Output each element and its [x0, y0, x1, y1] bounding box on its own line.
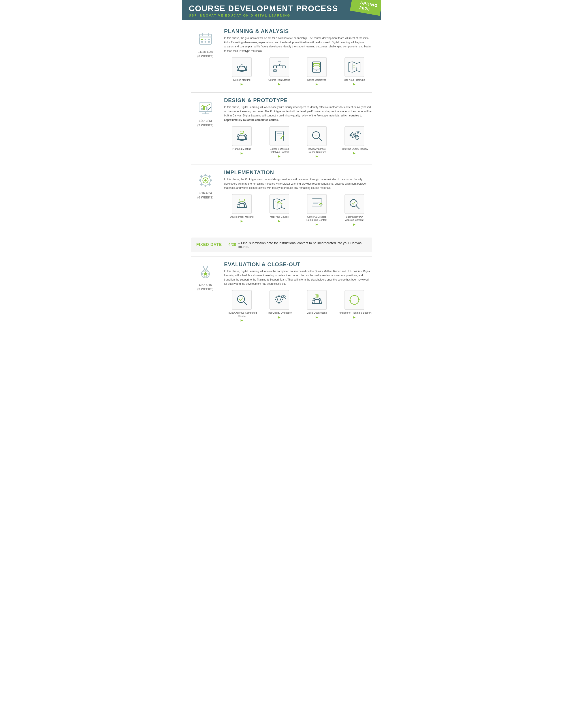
step-reviewapprove-label: Review/ApproveCourse Structure	[308, 147, 326, 154]
step-closeout-arrow: ▶	[316, 315, 318, 319]
phase-impl-left: 3/16-4/24(6 WEEKS)	[191, 169, 220, 200]
svg-line-66	[319, 138, 322, 141]
phase-impl-content: IMPLEMENTATION In this phase, the Protot…	[220, 169, 372, 226]
svg-point-69	[351, 133, 355, 137]
step-planning-label: Planning Meeting	[232, 147, 251, 150]
phase-design-icon	[197, 99, 214, 117]
mapprototype-icon-box	[345, 57, 364, 77]
step-reviewcomplete: Review/Approve Completed Course ▶	[224, 290, 259, 322]
step-mapprototype-label: Map Your Prototype	[344, 78, 365, 81]
qualityreview-icon-box	[345, 126, 364, 146]
step-gatherdevelop: Gather & DevelopPrototype Content ▶	[262, 126, 297, 158]
svg-rect-29	[275, 70, 276, 71]
svg-line-64	[280, 139, 280, 140]
gatherremaining-icon-box	[307, 194, 327, 214]
svg-line-48	[207, 111, 208, 111]
svg-marker-126	[203, 271, 208, 276]
svg-point-129	[276, 296, 282, 303]
svg-rect-78	[357, 139, 358, 140]
reviewcomplete-icon-box	[232, 290, 252, 310]
step-qualityreview: Prototype Quality Review ▶	[337, 126, 372, 158]
step-devmeeting-arrow: ▶	[240, 219, 243, 223]
phase-planning-title: PLANNING & ANALYSIS	[224, 28, 372, 34]
phase-eval-left: 4/27-5/15(3 WEEKS)	[191, 261, 220, 292]
svg-point-70	[352, 134, 354, 136]
header-title: COURSE DEVELOPMENT PROCESS	[189, 4, 374, 13]
svg-rect-7	[201, 41, 203, 43]
phase-impl-desc: In this phase, the Prototype structure a…	[224, 177, 372, 190]
step-gatherdevelop-label: Gather & DevelopPrototype Content	[269, 147, 289, 154]
submitreview-icon-box	[345, 194, 364, 214]
divider-1	[191, 92, 372, 93]
phase-impl-icon	[197, 172, 214, 189]
phase-design: 1/27-3/13(7 WEEKS) DESIGN & PROTOTYPE In…	[191, 97, 372, 158]
svg-rect-72	[352, 137, 353, 138]
step-transition-label: Transition to Training & Support	[337, 311, 371, 314]
step-mapprototype-arrow: ▶	[353, 82, 356, 86]
step-gatherremaining-label: Gather & DevelopRemaining Content	[306, 215, 327, 222]
step-planning-arrow: ▶	[240, 151, 243, 155]
svg-rect-88	[210, 180, 212, 181]
svg-rect-77	[357, 135, 358, 136]
svg-rect-133	[275, 299, 276, 300]
svg-marker-122	[202, 266, 204, 267]
step-mapprototype: Map Your Prototype ▶	[337, 57, 372, 86]
svg-rect-86	[204, 185, 206, 187]
svg-point-81	[356, 131, 358, 133]
phase-planning-icon	[197, 30, 214, 48]
step-qualityreview-arrow: ▶	[353, 151, 356, 155]
divider-4	[191, 256, 372, 257]
step-gatherremaining-arrow: ▶	[316, 223, 318, 226]
step-objectives-label: Define Objectives	[307, 78, 326, 81]
step-transition-arrow: ▶	[353, 315, 356, 319]
svg-marker-123	[206, 266, 208, 267]
step-reviewapprove: Review/ApproveCourse Structure ▶	[299, 126, 335, 158]
step-objectives-arrow: ▶	[316, 82, 318, 86]
svg-rect-24	[278, 66, 281, 68]
step-finalquality-arrow: ▶	[278, 315, 280, 319]
svg-rect-56	[237, 139, 247, 140]
phase-design-left: 1/27-3/13(7 WEEKS)	[191, 97, 220, 127]
svg-rect-5	[204, 39, 206, 40]
phase-planning-dates: 11/18-1/24(8 WEEKS)	[197, 50, 213, 58]
gatherdevelop-icon-box	[269, 126, 289, 146]
main-content: 11/18-1/24(8 WEEKS) PLANNING & ANALYSIS …	[182, 20, 381, 335]
step-mapcourse: Map Your Course ▶	[262, 194, 297, 226]
step-devmeeting-label: Development Meeting	[230, 215, 253, 218]
svg-rect-43	[201, 108, 202, 110]
header-subtitle: USF INNOVATIVE EDUCATION DIGITAL LEARNIN…	[189, 14, 374, 17]
divider-2	[191, 165, 372, 165]
svg-rect-45	[206, 107, 207, 110]
svg-rect-25	[282, 66, 286, 68]
kickoff-icon-box	[232, 57, 252, 77]
svg-rect-31	[314, 64, 320, 65]
step-kickoff-label: Kick-off Meeting	[233, 78, 250, 81]
phase-planning: 11/18-1/24(8 WEEKS) PLANNING & ANALYSIS …	[191, 28, 372, 86]
svg-point-107	[277, 201, 280, 204]
svg-point-93	[204, 179, 206, 182]
step-closeout: Close-Out Meeting ▶	[299, 290, 335, 322]
svg-rect-23	[273, 66, 276, 68]
objectives-icon-box	[307, 57, 327, 77]
finalquality-icon-box	[269, 290, 289, 310]
step-qualityreview-label: Prototype Quality Review	[341, 147, 368, 150]
svg-point-12	[241, 65, 243, 67]
phase-impl-dates: 3/16-4/24(6 WEEKS)	[197, 191, 213, 200]
fixed-date-date: 4/20	[228, 242, 236, 247]
svg-line-128	[244, 302, 247, 305]
svg-point-46	[208, 104, 210, 105]
step-courseplan-label: Course Plan Started	[268, 78, 290, 81]
svg-rect-20	[278, 62, 281, 64]
step-mapcourse-label: Map Your Course	[270, 215, 289, 218]
svg-rect-17	[237, 70, 247, 71]
fixed-date-label: FIXED DATE	[196, 242, 222, 247]
phase-eval-icon	[197, 264, 214, 281]
svg-rect-146	[312, 303, 322, 304]
header: COURSE DEVELOPMENT PROCESS USF INNOVATIV…	[182, 0, 381, 20]
svg-marker-150	[358, 298, 360, 300]
step-submitreview-arrow: ▶	[353, 223, 356, 226]
step-reviewcomplete-arrow: ▶	[240, 318, 243, 322]
step-finalquality: Final Quality Evaluation ▶	[262, 290, 297, 322]
svg-rect-9	[208, 41, 210, 43]
svg-rect-111	[312, 199, 322, 206]
